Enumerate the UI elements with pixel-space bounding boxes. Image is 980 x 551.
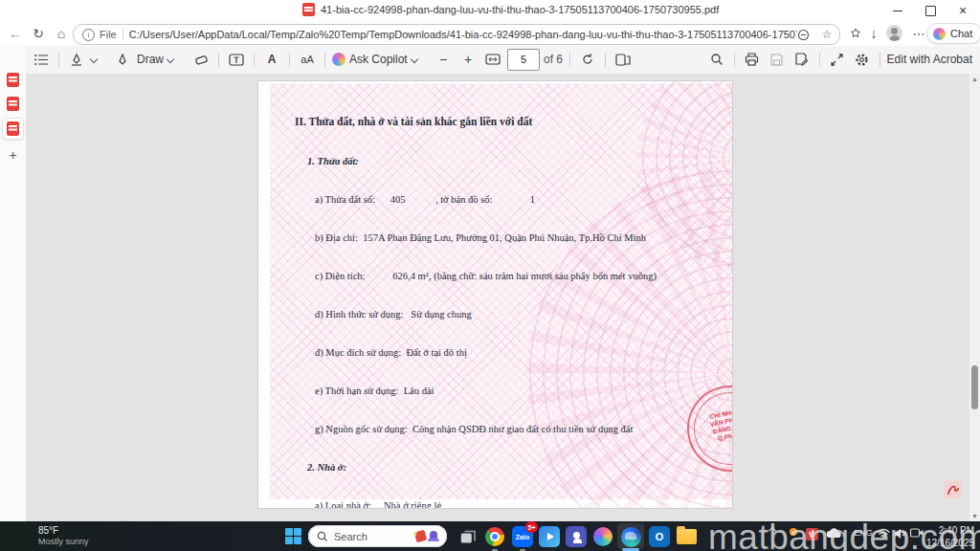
downloads-icon[interactable]: ↓ xyxy=(864,24,883,43)
firecracker-emoji-icon xyxy=(414,530,427,542)
back-icon[interactable]: ← xyxy=(6,24,25,43)
search-document-icon[interactable] xyxy=(706,49,727,70)
doc-line: 2. Nhà ở: xyxy=(307,461,725,474)
search-placeholder: Search xyxy=(334,531,368,542)
translate-icon[interactable]: aA xyxy=(297,49,318,70)
document-body: II. Thửa đất, nhà ở và tài sản khác gắn … xyxy=(295,90,725,508)
toc-icon[interactable] xyxy=(31,49,52,70)
save-as-icon[interactable] xyxy=(791,49,813,70)
vertical-tab-strip: + xyxy=(0,46,26,521)
ask-copilot-icon[interactable] xyxy=(332,53,345,66)
divider xyxy=(122,29,123,40)
chrome-icon[interactable] xyxy=(483,525,506,548)
pdf-file-icon xyxy=(7,73,19,87)
page-info-icon[interactable]: i xyxy=(82,29,95,41)
pdf-file-icon xyxy=(7,121,19,136)
copilot-taskbar-icon[interactable] xyxy=(591,525,614,548)
scrollbar-track[interactable]: ▲ ▼ xyxy=(969,74,980,521)
tab-pdf-2[interactable] xyxy=(4,95,22,113)
maximize-button[interactable] xyxy=(915,0,946,21)
scrollbar-thumb[interactable] xyxy=(971,365,978,409)
doc-line: b) Địa chỉ: 157A Phan Đăng Lưu, Phường 0… xyxy=(315,231,725,244)
media-player-icon[interactable] xyxy=(538,525,561,548)
edit-with-acrobat-button[interactable]: Edit with Acrobat xyxy=(887,53,972,66)
edge-running-indicator xyxy=(622,548,639,551)
pdf-toolbar: Draw A aA Ask Copilot − + xyxy=(0,46,980,75)
url-path: C:/Users/User/AppData/Local/Temp/Zalo%20… xyxy=(129,29,797,40)
page-number-input[interactable] xyxy=(507,49,540,71)
pdf-viewport: II. Thửa đất, nhà ở và tài sản khác gắn … xyxy=(26,74,980,521)
doc-line: c) Diện tích: 626,4 m², (bằng chữ: sáu t… xyxy=(315,270,725,282)
section-heading: II. Thửa đất, nhà ở và tài sản khác gắn … xyxy=(295,116,725,128)
active-tab[interactable]: 41-bia-cc-924998-phan-dang-luu-vu-thi-th… xyxy=(302,3,719,16)
more-menu-icon[interactable]: ⋯ xyxy=(909,24,928,43)
draw-dropdown-chevron[interactable] xyxy=(167,55,174,63)
doc-line: g) Nguồn gốc sử dụng: Công nhận QSDĐ như… xyxy=(315,423,725,435)
collections-icon[interactable] xyxy=(846,24,865,43)
doc-line: a) Thửa đất số: 405 , tờ bản đồ số: 1 xyxy=(315,193,725,206)
ask-copilot-chevron[interactable] xyxy=(410,55,417,63)
doc-line: đ) Mục đích sử dụng: Đất ở tại đô thị xyxy=(315,346,725,359)
home-icon[interactable]: ⌂ xyxy=(52,24,71,43)
stamp-star-icon: ★ xyxy=(730,439,732,448)
fullscreen-icon[interactable] xyxy=(827,49,848,70)
refresh-icon[interactable]: ↻ xyxy=(29,24,48,43)
zoom-out-icon[interactable]: − xyxy=(433,49,454,70)
favorite-star-icon[interactable]: ☆ xyxy=(818,28,835,41)
browser-titlebar: 41-bia-cc-924998-phan-dang-luu-vu-thi-th… xyxy=(0,0,980,21)
highlighter-icon[interactable] xyxy=(66,49,87,70)
weather-temp[interactable]: 85°F xyxy=(38,525,58,536)
task-view-button[interactable] xyxy=(457,525,479,548)
add-text-box-icon[interactable] xyxy=(226,49,247,70)
settings-gear-icon[interactable] xyxy=(852,49,873,70)
zalo-icon[interactable]: Zalo 5+ xyxy=(511,525,534,548)
edge-icon[interactable] xyxy=(619,525,642,548)
page-total-label: of 6 xyxy=(544,53,563,66)
highlighter-dropdown-chevron[interactable] xyxy=(90,55,98,63)
chat-label: Chat xyxy=(950,28,972,39)
scroll-up-arrow[interactable]: ▲ xyxy=(969,74,980,84)
page-view-icon[interactable] xyxy=(612,49,634,70)
url-field[interactable]: i File C:/Users/User/AppData/Local/Temp/… xyxy=(73,24,840,45)
site-watermark: matbangdep.com xyxy=(708,518,980,551)
taskbar-search[interactable]: Search xyxy=(308,525,447,547)
outlook-icon[interactable]: O xyxy=(648,525,671,548)
eraser-icon[interactable] xyxy=(190,49,212,70)
doc-line: 1. Thửa đất: xyxy=(307,155,725,167)
address-bar: ← ↻ ⌂ i File C:/Users/User/AppData/Local… xyxy=(0,21,980,47)
start-button[interactable] xyxy=(285,528,301,544)
hat-emoji-icon xyxy=(428,531,439,541)
copilot-chat-button[interactable]: Chat xyxy=(926,23,980,44)
tab-title: 41-bia-cc-924998-phan-dang-luu-vu-thi-th… xyxy=(321,4,719,15)
zoom-in-icon[interactable]: + xyxy=(457,49,479,70)
teams-icon[interactable] xyxy=(565,525,588,548)
rotate-icon[interactable] xyxy=(577,49,598,70)
copilot-icon xyxy=(933,28,946,40)
save-icon[interactable] xyxy=(767,49,788,70)
zalo-badge: 5+ xyxy=(525,521,538,533)
ask-copilot-label[interactable]: Ask Copilot xyxy=(349,53,408,66)
doc-line: d) Hình thức sử dụng: Sử dụng chung xyxy=(315,308,725,320)
search-icon xyxy=(317,531,328,542)
document-page: II. Thửa đất, nhà ở và tài sản khác gắn … xyxy=(258,81,732,508)
minimize-button[interactable] xyxy=(882,0,913,21)
draw-label[interactable]: Draw xyxy=(137,53,164,66)
tab-pdf-3-active[interactable] xyxy=(3,119,23,139)
read-aloud-icon[interactable] xyxy=(797,29,814,41)
doc-line: e) Thời hạn sử dụng: Lâu dài xyxy=(315,385,725,397)
draw-pen-icon[interactable] xyxy=(112,49,133,70)
profile-avatar[interactable] xyxy=(886,25,902,41)
url-scheme-label: File xyxy=(100,29,117,40)
new-tab-button[interactable]: + xyxy=(4,145,22,164)
close-button[interactable]: × xyxy=(947,0,978,21)
acrobat-extension-icon[interactable] xyxy=(944,480,962,498)
fit-width-icon[interactable] xyxy=(482,49,503,70)
file-explorer-icon[interactable] xyxy=(675,525,698,548)
print-icon[interactable] xyxy=(742,49,763,70)
pdf-file-icon xyxy=(7,97,19,111)
doc-line: a) Loại nhà ở: Nhà ở riêng lẻ xyxy=(315,499,725,509)
add-text-icon[interactable]: A xyxy=(261,49,282,70)
pdf-file-icon xyxy=(302,3,315,16)
weather-desc[interactable]: Mostly sunny xyxy=(38,537,89,546)
tab-pdf-1[interactable] xyxy=(4,71,22,89)
